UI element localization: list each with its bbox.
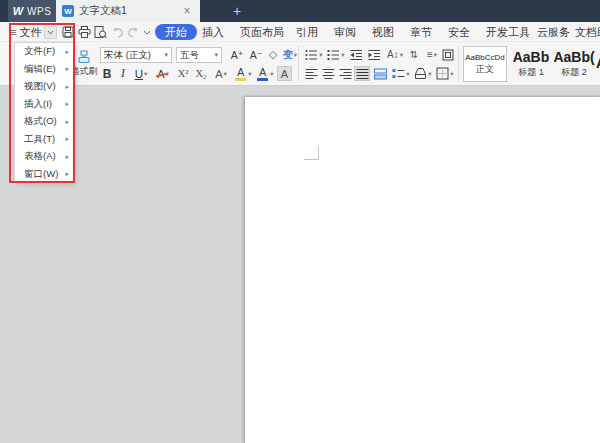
style-sample: AaBb(	[553, 50, 594, 65]
menu-item-label: 窗口(W)	[24, 168, 65, 181]
style-sample: AaBbCcDd	[465, 53, 505, 62]
strikethrough-icon: A	[157, 68, 164, 80]
file-menu-item-file[interactable]: 文件(F) ▸	[15, 43, 73, 61]
margin-corner-mark	[304, 159, 319, 160]
character-shading-button[interactable]: A	[277, 66, 292, 81]
clear-format-button[interactable]: ◇	[266, 47, 280, 62]
menu-item-label: 格式(O)	[24, 115, 65, 128]
file-menu-item-view[interactable]: 视图(V) ▸	[15, 78, 73, 96]
shading-button[interactable]: ▾	[413, 66, 433, 81]
style-name: 标题 1	[518, 66, 544, 79]
file-menu-item-edit[interactable]: 编辑(E) ▸	[15, 61, 73, 79]
increase-indent-button[interactable]	[367, 47, 382, 62]
chevron-down-icon: ▾	[164, 51, 168, 59]
group-divider	[298, 46, 299, 81]
font-color-button[interactable]: A▾	[255, 66, 275, 81]
submenu-arrow-icon: ▸	[65, 83, 69, 91]
ribbon-tab-dev-tools[interactable]: 开发工具	[486, 24, 530, 40]
document-tab[interactable]: W 文字文稿1 ×	[56, 0, 200, 22]
document-area	[0, 86, 600, 443]
align-left-button[interactable]	[304, 66, 319, 81]
character-scale-button[interactable]: A↕▾	[385, 47, 405, 62]
font-size-value: 五号	[180, 49, 212, 62]
justify-icon	[356, 68, 369, 80]
menu-item-label: 文件(F)	[24, 45, 65, 58]
line-spacing-button[interactable]: ≡▾	[422, 47, 442, 62]
quick-access-more-button[interactable]	[140, 25, 154, 39]
new-tab-button[interactable]: +	[222, 0, 252, 22]
text-effects-button[interactable]: A▾	[211, 66, 231, 81]
align-right-icon	[339, 68, 352, 80]
bold-button[interactable]: B	[100, 66, 114, 81]
file-menu-item-insert[interactable]: 插入(I) ▸	[15, 96, 73, 114]
ribbon-tab-cloud[interactable]: 云服务	[537, 24, 570, 40]
print-preview-button[interactable]	[93, 25, 107, 39]
wps-home-button[interactable]: W WPS	[8, 0, 56, 22]
redo-button[interactable]	[126, 25, 140, 39]
subscript-button[interactable]: X₂	[193, 66, 209, 81]
ribbon-tab-view[interactable]: 视图	[372, 24, 394, 40]
bullet-list-button[interactable]: ▾	[304, 47, 324, 62]
redo-icon	[127, 27, 140, 38]
ribbon-toolbar: 格式刷 宋体 (正文) ▾ 五号 ▾ A⁺ A⁻ ◇ 变▾ B I U▾ A▾ …	[0, 42, 600, 86]
ribbon-tab-home[interactable]: 开始	[155, 24, 197, 40]
style-normal[interactable]: AaBbCcDd 正文	[463, 46, 507, 82]
ribbon-tab-insert[interactable]: 插入	[202, 24, 224, 40]
print-icon	[78, 26, 91, 38]
font-name-value: 宋体 (正文)	[104, 49, 162, 62]
ribbon-tab-review[interactable]: 审阅	[334, 24, 356, 40]
superscript-button[interactable]: X²	[175, 66, 191, 81]
style-heading-2[interactable]: AaBb( 标题 2	[553, 46, 595, 82]
line-numbering-icon	[392, 68, 405, 80]
decrease-indent-icon	[350, 49, 363, 61]
submenu-arrow-icon: ▸	[65, 153, 69, 161]
numbered-list-button[interactable]: ▾	[326, 47, 346, 62]
justify-button[interactable]	[354, 66, 370, 81]
ribbon-tab-doc-assistant[interactable]: 文档助手	[575, 24, 600, 40]
save-button[interactable]	[61, 25, 75, 39]
file-menu-chevron-button[interactable]	[44, 26, 57, 39]
style-heading-3-partial[interactable]: A	[594, 46, 600, 82]
tab-close-icon[interactable]: ×	[180, 4, 194, 18]
line-numbering-button[interactable]: ▾	[391, 66, 411, 81]
underline-button[interactable]: U▾	[131, 66, 151, 81]
submenu-arrow-icon: ▸	[65, 100, 69, 108]
print-button[interactable]	[77, 25, 91, 39]
menu-item-label: 插入(I)	[24, 98, 65, 111]
align-center-button[interactable]	[321, 66, 336, 81]
decrease-font-button[interactable]: A⁻	[248, 47, 264, 62]
font-name-select[interactable]: 宋体 (正文) ▾	[100, 47, 172, 63]
format-painter-icon	[77, 50, 91, 64]
chevron-down-icon: ▾	[214, 51, 218, 59]
highlight-color-button[interactable]: A▾	[233, 66, 253, 81]
file-menu-item-table[interactable]: 表格(A) ▸	[15, 148, 73, 166]
phonetic-guide-button[interactable]: 变▾	[281, 47, 299, 62]
italic-button[interactable]: I	[117, 66, 129, 81]
borders-button[interactable]: ▾	[435, 66, 455, 81]
align-right-button[interactable]	[338, 66, 353, 81]
increase-font-button[interactable]: A⁺	[229, 47, 245, 62]
menubar: ≡ 文件	[0, 22, 600, 42]
file-menu-button[interactable]: ≡ 文件	[10, 24, 57, 40]
undo-button[interactable]	[110, 25, 124, 39]
font-size-select[interactable]: 五号 ▾	[176, 47, 222, 63]
increase-indent-icon	[368, 49, 381, 61]
file-menu-item-window[interactable]: 窗口(W) ▸	[15, 166, 73, 184]
ribbon-tab-section[interactable]: 章节	[410, 24, 432, 40]
chevron-down-icon	[47, 30, 54, 35]
highlight-icon: A	[234, 66, 247, 81]
ribbon-tab-security[interactable]: 安全	[448, 24, 470, 40]
decrease-indent-button[interactable]	[349, 47, 364, 62]
document-page[interactable]	[245, 97, 600, 443]
menu-item-label: 编辑(E)	[24, 63, 65, 76]
paragraph-layout-button[interactable]	[440, 47, 455, 62]
sort-button[interactable]: ⇅	[406, 47, 422, 62]
strikethrough-button[interactable]: A▾	[153, 66, 173, 81]
distributed-align-icon	[374, 68, 387, 80]
distributed-align-button[interactable]	[373, 66, 388, 81]
ribbon-tab-references[interactable]: 引用	[296, 24, 318, 40]
file-menu-item-format[interactable]: 格式(O) ▸	[15, 113, 73, 131]
ribbon-tab-page-layout[interactable]: 页面布局	[240, 24, 284, 40]
file-menu-item-tools[interactable]: 工具(T) ▸	[15, 131, 73, 149]
style-heading-1[interactable]: AaBb 标题 1	[510, 46, 552, 82]
